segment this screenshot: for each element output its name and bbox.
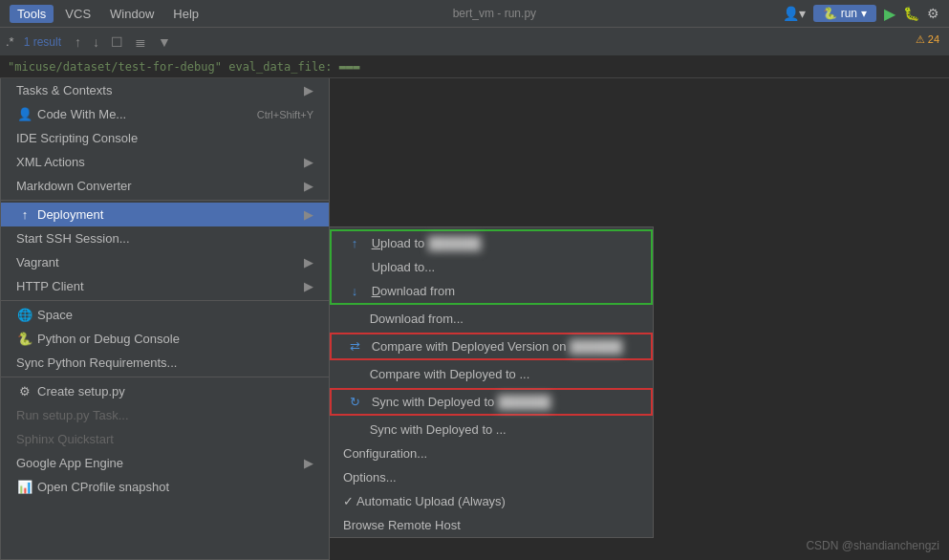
dropdown-arrow-icon: ▾ [861, 7, 867, 20]
menu-item-tasks[interactable]: Tasks & Contexts ▶ [1, 78, 329, 102]
menu-vcs[interactable]: VCS [57, 5, 98, 23]
user-menu-icon: 👤 [16, 107, 33, 121]
filter-icon[interactable]: ▼ [154, 32, 175, 52]
sync-group: ↻ Sync with Deployed to ██████ [330, 388, 653, 416]
submenu-compare-deployed-on[interactable]: ⇄ Compare with Deployed Version on █████… [332, 334, 651, 358]
submenu-configuration[interactable]: Configuration... [330, 442, 653, 465]
menu-divider-2 [1, 300, 329, 301]
debug-icon[interactable]: 🐛 [903, 6, 919, 21]
upload-icon: ↑ [345, 236, 364, 250]
submenu-upload-to-1[interactable]: ↑ Upload to ██████ [332, 231, 651, 255]
upload-download-group: ↑ Upload to ██████ Upload to... ↓ Downlo… [330, 229, 653, 305]
arrow-icon: ▶ [304, 255, 313, 269]
submenu-download-from-1[interactable]: ↓ Download from [332, 279, 651, 303]
menu-bar: Tools VCS Window Help [10, 5, 206, 23]
menu-item-python-debug[interactable]: 🐍Python or Debug Console [1, 327, 329, 351]
submenu-auto-upload[interactable]: ✓ Automatic Upload (Always) [330, 489, 653, 513]
wrap-icon[interactable]: ☐ [107, 32, 127, 52]
tools-menu: Tasks & Contexts ▶ 👤Code With Me... Ctrl… [0, 78, 330, 560]
menu-item-markdown[interactable]: Markdown Converter ▶ [1, 174, 329, 198]
menu-item-space[interactable]: 🌐Space [1, 303, 329, 327]
compare-group: ⇄ Compare with Deployed Version on █████… [330, 333, 653, 360]
run-icon: 🐍 [823, 7, 837, 20]
search-result-count: 1 result [18, 35, 67, 49]
code-text: "micuse/dataset/test-for-debug" eval_dat… [8, 60, 359, 74]
menu-item-vagrant[interactable]: Vagrant ▶ [1, 250, 329, 274]
menu-item-xml[interactable]: XML Actions ▶ [1, 150, 329, 174]
menu-item-run-setup: Run setup.py Task... [1, 403, 329, 427]
regex-icon: .* [6, 34, 14, 49]
menu-item-create-setup[interactable]: ⚙Create setup.py [1, 379, 329, 403]
menu-item-cprofile[interactable]: 📊Open CProfile snapshot [1, 475, 329, 499]
extra-action-icon[interactable]: ⚙ [927, 6, 939, 21]
menu-window[interactable]: Window [102, 5, 162, 23]
menu-item-code-with-me[interactable]: 👤Code With Me... Ctrl+Shift+Y [1, 102, 329, 126]
arrow-icon: ▶ [304, 456, 313, 470]
arrow-down-icon[interactable]: ↓ [89, 32, 103, 52]
submenu-sync-deployed-1[interactable]: ↻ Sync with Deployed to ██████ [332, 390, 651, 414]
arrow-icon: ▶ [304, 279, 313, 293]
search-bar: .* 1 result ↑ ↓ ☐ ≣ ▼ ⚠ 24 [0, 27, 949, 55]
menu-item-ssh[interactable]: Start SSH Session... [1, 226, 329, 250]
menu-item-google-app[interactable]: Google App Engine ▶ [1, 451, 329, 475]
submenu-compare-deployed-to[interactable]: Compare with Deployed to ... [330, 362, 653, 386]
menu-tools[interactable]: Tools [10, 5, 54, 23]
menu-help[interactable]: Help [165, 5, 206, 23]
window-title: bert_vm - run.py [226, 7, 764, 20]
match-icon[interactable]: ≣ [131, 32, 150, 52]
main-area: Tasks & Contexts ▶ 👤Code With Me... Ctrl… [0, 78, 949, 560]
menu-divider-3 [1, 377, 329, 377]
sync-icon: ↻ [345, 395, 364, 409]
gear-icon: ⚙ [16, 384, 33, 398]
arrow-up-icon[interactable]: ↑ [71, 32, 85, 52]
title-bar: Tools VCS Window Help bert_vm - run.py 👤… [0, 0, 949, 27]
menu-divider [1, 200, 329, 201]
arrow-icon: ▶ [304, 83, 313, 97]
submenu-browse-remote[interactable]: Browse Remote Host [330, 513, 653, 537]
submenu-sync-deployed-2[interactable]: Sync with Deployed to ... [330, 418, 653, 442]
warning-badge: ⚠ 24 [916, 33, 939, 46]
compare-icon: ⇄ [345, 339, 364, 354]
menu-item-sphinx: Sphinx Quickstart [1, 427, 329, 451]
arrow-icon: ▶ [304, 179, 313, 193]
python-icon: 🐍 [16, 332, 33, 346]
space-icon: 🌐 [16, 308, 33, 322]
submenu-options[interactable]: Options... [330, 465, 653, 489]
deployment-submenu: ↑ Upload to ██████ Upload to... ↓ Downlo… [329, 226, 654, 538]
user-icon[interactable]: 👤▾ [783, 6, 806, 21]
arrow-icon: ▶ [304, 207, 313, 222]
menu-item-sync-python[interactable]: Sync Python Requirements... [1, 351, 329, 375]
csdn-watermark: CSDN @shandianchengzi [806, 539, 939, 552]
run-button[interactable]: 🐍 run ▾ [813, 5, 876, 22]
download-icon: ↓ [345, 284, 364, 298]
code-area: "micuse/dataset/test-for-debug" eval_dat… [0, 55, 949, 78]
submenu-download-from-2[interactable]: Download from... [330, 307, 653, 331]
deployment-icon: ↑ [16, 207, 33, 222]
cprofile-icon: 📊 [16, 480, 33, 494]
arrow-icon: ▶ [304, 155, 313, 169]
menu-item-http[interactable]: HTTP Client ▶ [1, 274, 329, 298]
play-icon[interactable]: ▶ [884, 5, 895, 23]
title-bar-actions: 👤▾ 🐍 run ▾ ▶ 🐛 ⚙ [783, 5, 939, 23]
menu-item-deployment[interactable]: ↑Deployment ▶ [1, 203, 329, 226]
submenu-upload-to-2[interactable]: Upload to... [332, 255, 651, 279]
menu-item-ide-scripting[interactable]: IDE Scripting Console [1, 126, 329, 150]
